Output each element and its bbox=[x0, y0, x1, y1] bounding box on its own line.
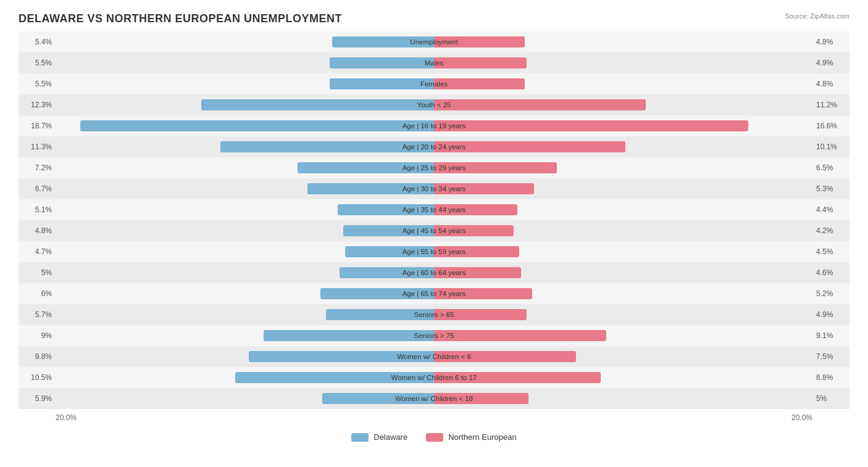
bar-section: Age | 16 to 19 years bbox=[56, 115, 812, 136]
left-value: 7.2% bbox=[19, 163, 56, 172]
left-value: 5.4% bbox=[19, 38, 56, 46]
bar-section: Age | 45 to 54 years bbox=[56, 220, 812, 241]
delaware-bar bbox=[330, 78, 434, 89]
legend-northern-european: Northern European bbox=[426, 432, 517, 442]
chart-title: DELAWARE VS NORTHERN EUROPEAN UNEMPLOYME… bbox=[19, 12, 342, 25]
bar-section: Age | 60 to 64 years bbox=[56, 262, 812, 283]
delaware-bar bbox=[345, 246, 434, 257]
chart-row: 5.5%Males4.9% bbox=[19, 52, 849, 73]
left-value: 6% bbox=[19, 289, 56, 298]
northern-european-bar bbox=[434, 99, 646, 110]
right-value: 6.5% bbox=[812, 163, 849, 172]
bar-section: Age | 55 to 59 years bbox=[56, 241, 812, 262]
chart-row: 5.1%Age | 35 to 44 years4.4% bbox=[19, 199, 849, 220]
delaware-bar bbox=[307, 183, 434, 194]
left-value: 4.8% bbox=[19, 226, 56, 235]
bar-section: Youth < 25 bbox=[56, 94, 812, 115]
chart-row: 5.9%Women w/ Children < 185% bbox=[19, 388, 849, 409]
right-value: 4.2% bbox=[812, 226, 849, 235]
chart-row: 10.5%Women w/ Children 6 to 178.8% bbox=[19, 367, 849, 388]
chart-row: 18.7%Age | 16 to 19 years16.6% bbox=[19, 115, 849, 136]
bar-section: Women w/ Children < 18 bbox=[56, 388, 812, 409]
right-value: 4.4% bbox=[812, 205, 849, 214]
left-value: 5.5% bbox=[19, 59, 56, 67]
northern-european-bar bbox=[434, 393, 528, 404]
northern-european-bar bbox=[434, 309, 527, 320]
delaware-bar bbox=[201, 99, 434, 110]
delaware-bar bbox=[298, 162, 434, 173]
bar-section: Women w/ Children 6 to 17 bbox=[56, 367, 812, 388]
left-value: 6.7% bbox=[19, 184, 56, 193]
right-value: 4.8% bbox=[812, 38, 849, 46]
left-value: 5% bbox=[19, 268, 56, 277]
northern-european-bar bbox=[434, 141, 625, 152]
delaware-bar bbox=[220, 141, 434, 152]
delaware-bar bbox=[343, 225, 434, 236]
northern-european-bar bbox=[434, 36, 525, 48]
left-value: 18.7% bbox=[19, 122, 56, 130]
northern-european-label: Northern European bbox=[448, 432, 517, 442]
chart-row: 5.4%Unemployment4.8% bbox=[19, 31, 849, 52]
delaware-bar bbox=[320, 288, 434, 299]
chart-row: 4.8%Age | 45 to 54 years4.2% bbox=[19, 220, 849, 241]
right-value: 5.2% bbox=[812, 289, 849, 298]
northern-european-bar bbox=[434, 225, 514, 236]
bar-section: Age | 20 to 24 years bbox=[56, 136, 812, 157]
right-value: 5% bbox=[812, 394, 849, 403]
northern-european-bar bbox=[434, 372, 601, 383]
chart-row: 6.7%Age | 30 to 34 years5.3% bbox=[19, 178, 849, 199]
right-value: 4.5% bbox=[812, 247, 849, 256]
northern-european-bar bbox=[434, 288, 532, 299]
northern-european-bar bbox=[434, 204, 517, 215]
chart-row: 11.3%Age | 20 to 24 years10.1% bbox=[19, 136, 849, 157]
left-value: 12.3% bbox=[19, 101, 56, 109]
axis-row: 20.0% 20.0% bbox=[19, 409, 849, 426]
chart-row: 9.8%Women w/ Children < 67.5% bbox=[19, 346, 849, 367]
left-value: 9% bbox=[19, 331, 56, 340]
delaware-bar bbox=[330, 57, 434, 68]
bar-section: Seniors > 75 bbox=[56, 325, 812, 346]
left-value: 11.3% bbox=[19, 143, 56, 151]
chart-row: 12.3%Youth < 2511.2% bbox=[19, 94, 849, 115]
chart-row: 5%Age | 60 to 64 years4.6% bbox=[19, 262, 849, 283]
left-value: 5.1% bbox=[19, 205, 56, 214]
left-value: 4.7% bbox=[19, 247, 56, 256]
delaware-bar bbox=[326, 309, 434, 320]
northern-european-bar bbox=[434, 120, 748, 131]
northern-european-bar bbox=[434, 246, 519, 257]
chart-row: 6%Age | 65 to 74 years5.2% bbox=[19, 283, 849, 304]
delaware-bar bbox=[264, 330, 434, 341]
delaware-bar bbox=[322, 393, 434, 404]
northern-european-bar bbox=[434, 267, 521, 278]
right-value: 9.1% bbox=[812, 331, 849, 340]
right-value: 7.5% bbox=[812, 352, 849, 361]
bar-section: Women w/ Children < 6 bbox=[56, 346, 812, 367]
right-value: 16.6% bbox=[812, 122, 849, 130]
northern-european-swatch bbox=[426, 433, 443, 442]
northern-european-bar bbox=[434, 57, 527, 68]
left-value: 5.7% bbox=[19, 310, 56, 319]
delaware-bar bbox=[332, 36, 435, 48]
delaware-swatch bbox=[351, 433, 369, 442]
bar-section: Age | 30 to 34 years bbox=[56, 178, 812, 199]
right-value: 8.8% bbox=[812, 373, 849, 382]
left-value: 10.5% bbox=[19, 373, 56, 382]
right-value: 10.1% bbox=[812, 143, 849, 151]
legend-delaware: Delaware bbox=[351, 432, 407, 442]
right-value: 4.6% bbox=[812, 268, 849, 277]
axis-right-label: 20.0% bbox=[791, 413, 812, 422]
chart-row: 5.5%Females4.8% bbox=[19, 73, 849, 94]
chart-row: 7.2%Age | 25 to 29 years6.5% bbox=[19, 157, 849, 178]
bar-section: Unemployment bbox=[56, 31, 812, 52]
chart-row: 9%Seniors > 759.1% bbox=[19, 325, 849, 346]
right-value: 11.2% bbox=[812, 101, 849, 109]
delaware-bar bbox=[235, 372, 434, 383]
left-value: 5.9% bbox=[19, 394, 56, 403]
northern-european-bar bbox=[434, 78, 525, 89]
right-value: 5.3% bbox=[812, 184, 849, 193]
northern-european-bar bbox=[434, 183, 534, 194]
bar-section: Males bbox=[56, 52, 812, 73]
chart-area: 5.4%Unemployment4.8%5.5%Males4.9%5.5%Fem… bbox=[19, 31, 849, 409]
bar-section: Age | 65 to 74 years bbox=[56, 283, 812, 304]
left-value: 9.8% bbox=[19, 352, 56, 361]
